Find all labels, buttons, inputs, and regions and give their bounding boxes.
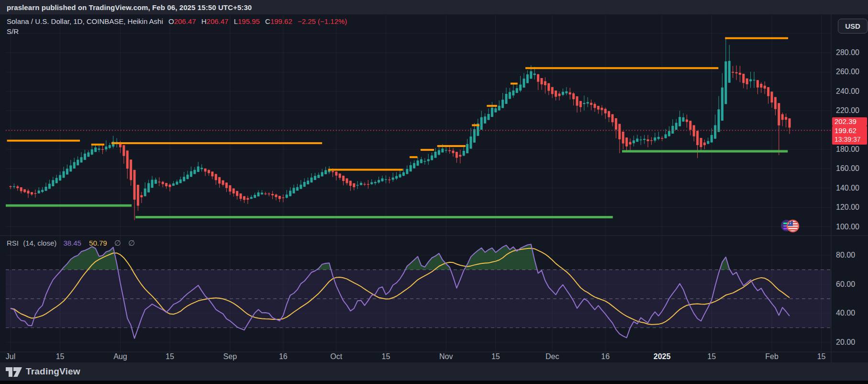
time-axis-label[interactable]: 15 [156, 352, 184, 361]
time-axis-label[interactable]: Sep [216, 352, 245, 361]
footer-bar: TradingView [0, 362, 868, 381]
open-value: 206.47 [174, 17, 196, 25]
time-axis-label[interactable]: 15 [807, 352, 836, 361]
time-axis-label[interactable]: 15 [371, 352, 400, 361]
time-axis-label[interactable]: 15 [481, 352, 510, 361]
price-axis-label[interactable]: 100.00 [836, 222, 859, 232]
last-price-value: 199.62 [835, 126, 867, 135]
time-axis-label[interactable]: Dec [538, 352, 567, 361]
price-axis-label[interactable]: 140.00 [836, 183, 859, 193]
price-axis-label[interactable]: 280.00 [836, 48, 859, 57]
rsi-overbought-fill [62, 244, 730, 270]
low-value: 195.95 [238, 17, 260, 25]
publish-info-bar: praslearn published on TradingView.com, … [0, 0, 868, 14]
price-axis-label[interactable]: 220.00 [836, 106, 859, 115]
symbol-legend[interactable]: Solana / U.S. Dollar, 1D, COINBASE, Heik… [7, 17, 347, 25]
price-axis-label[interactable]: 260.00 [836, 67, 859, 77]
rsi-title[interactable]: RSI [7, 239, 19, 247]
pair-logo-icon [781, 220, 799, 232]
time-axis-label[interactable]: 15 [697, 352, 726, 361]
candles-layer [10, 37, 791, 220]
price-axis-label[interactable]: 180.00 [836, 145, 859, 154]
currency-toggle-button[interactable]: USD [838, 19, 868, 34]
time-axis-label[interactable]: 2025 [648, 352, 677, 361]
price-axis-label[interactable]: 120.00 [836, 203, 859, 212]
sr-lines-layer [6, 38, 788, 217]
price-axis-label[interactable]: 240.00 [836, 87, 859, 96]
sr-indicator-label[interactable]: S/R [7, 27, 19, 35]
sr-level-badge: 202.39 [832, 117, 867, 126]
rsi-value: 38.45 [63, 239, 81, 247]
high-value: 206.47 [207, 17, 229, 25]
time-axis-label[interactable]: Oct [322, 352, 351, 361]
time-axis-label[interactable]: 15 [46, 352, 75, 361]
rsi-ma-value: 50.79 [89, 239, 107, 247]
close-value: 199.62 [270, 17, 292, 25]
low-label: L [234, 17, 238, 25]
time-axis-label[interactable]: Jul [0, 352, 25, 361]
close-label: C [265, 17, 270, 25]
open-label: O [168, 17, 174, 25]
publish-info-text: praslearn published on TradingView.com, … [7, 3, 252, 11]
bottom-strip [0, 381, 868, 384]
rsi-axis-label[interactable]: 40.00 [836, 308, 855, 318]
rsi-legend[interactable]: RSI (14, close) 38.45 50.79 ∅ ∅ [7, 238, 135, 248]
tradingview-brand-text[interactable]: TradingView [26, 366, 80, 377]
last-price-badge: 199.62 13:39:37 [832, 126, 867, 145]
time-axis-label[interactable]: 16 [269, 352, 298, 361]
time-axis-label[interactable]: Aug [106, 352, 134, 361]
rsi-params: (14, close) [23, 239, 56, 247]
time-axis-label[interactable]: Nov [432, 352, 460, 361]
price-axis-label[interactable]: 160.00 [836, 164, 859, 173]
tradingview-logo-icon[interactable] [6, 365, 22, 378]
empty-set-icon: ∅ [114, 239, 121, 247]
chart-area[interactable]: Solana / U.S. Dollar, 1D, COINBASE, Heik… [0, 14, 868, 362]
rsi-axis-label[interactable]: 80.00 [836, 250, 855, 260]
time-axis-label[interactable]: Feb [757, 352, 786, 361]
high-label: H [201, 17, 207, 25]
rsi-axis-label[interactable]: 20.00 [836, 338, 855, 347]
rsi-axis-label[interactable]: 60.00 [836, 280, 855, 289]
symbol-title[interactable]: Solana / U.S. Dollar, 1D, COINBASE, Heik… [7, 17, 163, 25]
empty-set-icon: ∅ [128, 239, 135, 247]
bar-countdown: 13:39:37 [835, 135, 867, 144]
change-value: −2.25 (−1.12%) [298, 17, 347, 25]
time-axis-label[interactable]: 16 [591, 352, 620, 361]
chart-canvas[interactable] [0, 14, 868, 362]
